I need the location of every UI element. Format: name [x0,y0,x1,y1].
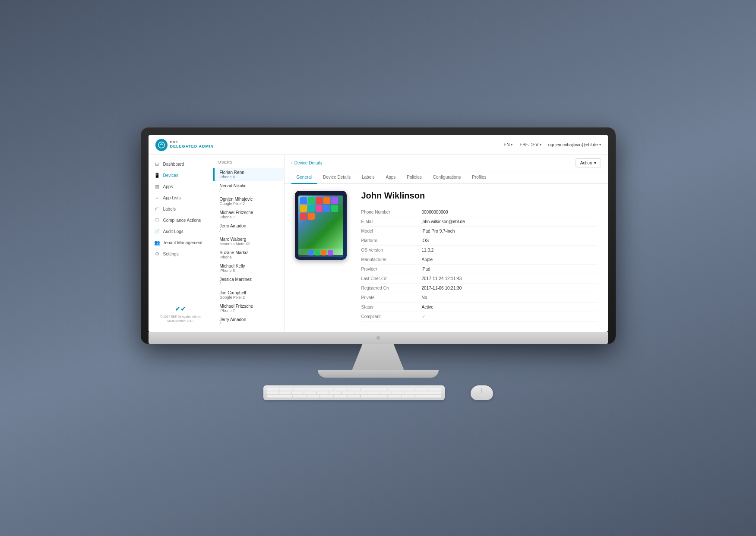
header: EBF DELEGATED ADMIN EN ▾ EBF-DEV ▾ [149,135,608,155]
app: EBF DELEGATED ADMIN EN ▾ EBF-DEV ▾ [149,135,608,332]
user-item[interactable]: Michael FritzscheiPhone 7 [213,208,284,221]
info-label: Manufacturer [361,257,422,262]
user-device: / [220,322,279,326]
key [348,388,361,391]
sidebar-item-dashboard[interactable]: ⊞ Dashboard [149,158,213,170]
user-device: / [220,228,279,233]
sidebar-item-labels[interactable]: 🏷 Labels [149,203,213,214]
sidebar-footer: ✔✔ © 2017 EBF Delegated AdminMIDA versio… [149,300,213,328]
key [374,395,387,397]
mouse [471,385,493,400]
user-item[interactable]: Jessica Martinez/ [213,275,284,288]
info-label: Model [361,229,422,233]
user-panel: USERS Florian RenniPhone 6Nenad Nikolic/… [213,155,285,332]
tab-apps[interactable]: Apps [380,171,401,184]
info-value: 11.0.2 [422,248,434,252]
apps-icon: ▦ [155,184,160,189]
dock-icon [328,250,333,255]
user-item[interactable]: Michael KellyiPhone 6 [213,262,284,275]
user-panel-header: USERS [213,158,284,168]
user-name: Joe Campbell [220,290,279,295]
info-label: Platform [361,238,422,243]
user-item[interactable]: Marc WalbergMotorola Moto X2 [213,235,284,248]
user-item[interactable]: Florian RenniPhone 6 [213,168,284,181]
chevron-down-icon: ▾ [540,143,541,147]
chevron-down-icon: ▾ [511,143,512,147]
language-dropdown[interactable]: EN ▾ [504,142,513,147]
info-value: 2017-11-24 12:11:43 [422,276,462,281]
tab-device-details[interactable]: Device Details [318,171,356,184]
app-icon [331,197,338,204]
key [428,388,441,391]
key [294,388,307,391]
tab-policies[interactable]: Policies [402,171,427,184]
sidebar-item-tenant[interactable]: 👥 Tenant Management [149,237,213,248]
action-label: Action [580,161,592,165]
user-name: Michael Fritzsche [220,304,279,309]
device-screen [298,195,343,255]
user-item[interactable]: Suzane MarkiziPhone [213,248,284,262]
dock-icon [321,250,326,255]
user-item[interactable]: Ognjen MihajovicGoogle Pixel 2 [213,195,284,208]
sidebar-item-compliance[interactable]: 🛡 Compliance Actions [149,214,213,226]
chin-dot [376,336,380,340]
sidebar-item-audit-logs[interactable]: 📄 Audit Logs [149,226,213,237]
user-item[interactable]: Jerry Amadon/ [213,221,284,235]
info-row: ProvideriPad [361,265,598,274]
tab-general[interactable]: General [291,171,317,184]
key [293,395,306,397]
user-name: Jerry Amadon [220,317,279,322]
mouse-scroll [481,388,482,393]
app-icon [300,213,307,220]
user-item[interactable]: Jerry Amadon/ [213,315,284,328]
key [415,388,428,391]
user-device: Google Pixel 2 [220,202,279,206]
keyboard [263,385,445,400]
user-device: iPhone 6 [220,175,279,179]
env-dropdown[interactable]: EBF-DEV ▾ [519,142,541,147]
user-item[interactable]: Michael FritzscheiPhone 7 [213,302,284,315]
mobile-icon: 📱 [155,173,160,178]
tab-labels[interactable]: Labels [357,171,380,184]
info-section: John Wiklinson Phone Number00000000000E-… [361,191,598,325]
info-label: Status [361,305,422,309]
key [329,391,342,394]
chevron-down-icon: ▾ [594,161,596,165]
device-owner-name: John Wiklinson [361,191,598,201]
app-icon [316,205,323,212]
info-row: Phone Number00000000000 [361,208,598,217]
user-dropdown[interactable]: ognjen.mihajlovic@ebf.de ▾ [548,142,601,147]
user-item[interactable]: Joe CampbellGoogle Pixel 2 [213,288,284,302]
key [267,391,279,394]
monitor-stand-neck [352,344,404,370]
user-device: iPhone 6 [220,268,279,273]
sidebar-item-apps[interactable]: ▦ Apps [149,181,213,192]
app-icon [323,197,330,204]
back-button[interactable]: ‹ Device Details [291,161,322,165]
tab-profiles[interactable]: Profiles [467,171,491,184]
sidebar-item-settings[interactable]: ⚙ Settings [149,248,213,259]
info-row: ManufacturerApple [361,255,598,265]
user-device: / [220,188,279,192]
app-icon [308,197,315,204]
user-name: Suzane Markiz [220,250,279,255]
user-name: Nenad Nikolic [220,183,279,188]
key-row [267,388,441,391]
info-row: PrivateNo [361,293,598,303]
peripherals [141,381,616,409]
info-value: Apple [422,257,433,262]
logo-text: EBF DELEGATED ADMIN [170,141,214,149]
sidebar-item-app-lists[interactable]: ≡ App Lists [149,192,213,203]
device-image [295,191,347,260]
list-icon: ≡ [155,195,160,200]
footer-logo-icon: ✔✔ [154,305,208,313]
action-button[interactable]: Action ▾ [576,158,601,167]
info-label: Private [361,295,422,300]
tab-configurations[interactable]: Configurations [428,171,466,184]
user-item[interactable]: Nenad Nikolic/ [213,181,284,195]
sidebar-item-devices[interactable]: 📱 Devices [149,170,213,181]
info-label: Phone Number [361,210,422,214]
info-table: Phone Number00000000000E-Mailjohn.wilkin… [361,208,598,322]
monitor-chin [149,332,608,344]
file-icon: 📄 [155,229,160,234]
